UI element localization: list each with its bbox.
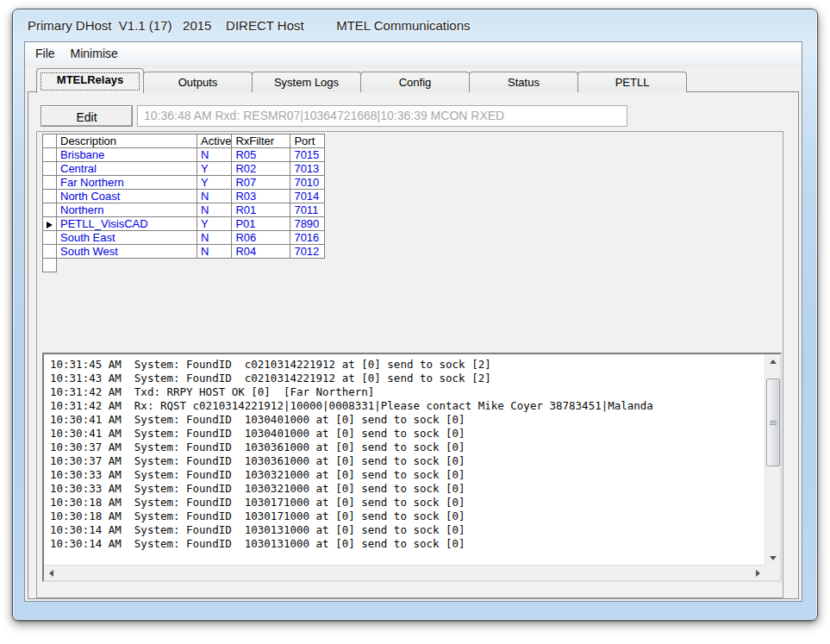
scrollbar-corner [765,566,780,580]
grid-cell-active[interactable]: N [197,245,232,259]
grid-column-header-description[interactable]: Description [57,134,197,148]
log-line: 10:30:18 AM System: FoundID 1030171000 a… [50,510,765,523]
scroll-down-button[interactable] [765,551,780,566]
grid-header-row: DescriptionActiveRxFilterPort [43,134,325,148]
grid-cell-active[interactable]: N [197,148,232,162]
log-line: 10:30:14 AM System: FoundID 1030131000 a… [50,523,765,537]
menu-item-file[interactable]: File [28,42,63,66]
log-line: 10:30:37 AM System: FoundID 1030361000 a… [50,454,765,468]
log-vertical-scrollbar[interactable] [764,354,780,566]
thumb-grip-icon [770,421,777,425]
log-line: 10:30:33 AM System: FoundID 1030321000 a… [50,482,765,496]
log-horizontal-scrollbar[interactable] [44,565,765,580]
row-indicator [43,148,57,162]
grid-cell-rxfilter[interactable]: R03 [232,190,290,203]
scroll-up-button[interactable] [765,354,780,369]
grid-cell-description[interactable]: Central [57,162,197,176]
tab-outputs[interactable]: Outputs [143,72,253,92]
current-row-arrow-icon [47,222,53,228]
log-line: 10:30:41 AM System: FoundID 1030401000 a… [50,413,765,427]
scroll-right-button[interactable] [751,566,765,580]
grid-cell-port[interactable]: 7010 [290,176,325,190]
grid-row-central[interactable]: CentralYR027013 [43,162,325,176]
grid-cell-description[interactable]: PETLL_VisisCAD [57,217,197,231]
app-window: Primary DHost V1.1 (17) 2015 DIRECT Host… [12,9,818,621]
grid-row-south-west[interactable]: South WestNR047012 [43,245,325,259]
grid-row-northern[interactable]: NorthernNR017011 [43,203,325,217]
desktop: Primary DHost V1.1 (17) 2015 DIRECT Host… [0,0,830,644]
grid-cell-description[interactable]: North Coast [57,190,197,203]
arrow-down-icon [770,556,777,560]
relay-grid[interactable]: DescriptionActiveRxFilterPortBrisbaneNR0… [42,134,325,272]
grid-cell-rxfilter[interactable]: R07 [232,176,290,190]
log-line: 10:30:33 AM System: FoundID 1030321000 a… [50,468,765,482]
edit-button[interactable]: Edit [41,105,133,127]
grid-cell-active[interactable]: Y [197,176,232,190]
log-line: 10:31:42 AM Txd: RRPY HOST OK [0] [Far N… [50,385,765,399]
grid-cell-rxfilter[interactable]: R04 [232,245,290,259]
grid-cell-rxfilter[interactable]: P01 [232,217,290,231]
grid-cell-description[interactable]: South East [57,231,197,245]
log-line: 10:30:37 AM System: FoundID 1030361000 a… [50,441,765,454]
system-log-box[interactable]: 10:31:45 AM System: FoundID c02103142219… [42,353,782,582]
grid-column-header-active[interactable]: Active [197,134,232,148]
grid-cell-port[interactable]: 7015 [290,148,325,162]
grid-cell-description[interactable]: Brisbane [57,148,197,162]
grid-row-far-northern[interactable]: Far NorthernYR077010 [43,176,325,190]
titlebar[interactable]: Primary DHost V1.1 (17) 2015 DIRECT Host… [13,9,817,41]
grid-cell-port[interactable]: 7890 [290,217,325,231]
arrow-left-icon [49,570,53,577]
arrow-up-icon [770,360,777,364]
tab-config[interactable]: Config [360,72,470,92]
grid-cell-rxfilter[interactable]: R02 [232,162,290,176]
menu-item-minimise[interactable]: Minimise [63,42,126,66]
tab-mtelrelays[interactable]: MTELRelays [36,68,144,93]
grid-row-brisbane[interactable]: BrisbaneNR057015 [43,148,325,162]
menu-bar: FileMinimise [25,42,802,66]
log-text: 10:31:45 AM System: FoundID c02103142219… [44,354,765,566]
grid-cell-port[interactable]: 7013 [290,162,325,176]
grid-cell-description[interactable]: Northern [57,203,197,217]
grid-cell-port[interactable]: 7016 [290,231,325,245]
row-indicator [43,203,57,217]
row-indicator [43,190,57,203]
grid-cell-active[interactable]: N [197,203,232,217]
row-indicator [43,176,57,190]
grid-cell-active[interactable]: Y [197,162,232,176]
log-line: 10:30:41 AM System: FoundID 1030401000 a… [50,427,765,441]
window-title: Primary DHost V1.1 (17) 2015 DIRECT Host… [28,18,471,33]
row-selected-indicator [43,217,57,231]
grid-cell-active[interactable]: Y [197,217,232,231]
tab-system-logs[interactable]: System Logs [252,72,361,92]
grid-cell-active[interactable]: N [197,190,232,203]
grid-row-south-east[interactable]: South EastNR067016 [43,231,325,245]
vertical-scroll-thumb[interactable] [766,378,780,466]
grid-stub-cell [43,259,57,272]
grid-row-north-coast[interactable]: North CoastNR037014 [43,190,325,203]
grid-cell-rxfilter[interactable]: R06 [232,231,290,245]
grid-stub-row [43,259,325,272]
grid-cell-active[interactable]: N [197,231,232,245]
grid-column-header-rxfilter[interactable]: RxFilter [232,134,290,148]
grid-row-petll-visiscad[interactable]: PETLL_VisisCADYP017890 [43,217,325,231]
grid-stub-ghost [57,259,325,272]
grid-cell-rxfilter[interactable]: R01 [232,203,290,217]
grid-indicator-header [43,134,57,148]
grid-cell-rxfilter[interactable]: R05 [232,148,290,162]
scroll-left-button[interactable] [44,566,59,580]
log-line: 10:31:42 AM Rx: RQST c0210314221912|1000… [50,399,765,413]
row-indicator [43,245,57,259]
form-client: FileMinimise MTELRelaysOutputsSystem Log… [24,41,802,602]
tab-status[interactable]: Status [469,72,578,92]
tab-petll[interactable]: PETLL [577,72,687,92]
arrow-right-icon [756,570,760,577]
grid-cell-description[interactable]: Far Northern [57,176,197,190]
grid-column-header-port[interactable]: Port [290,134,325,148]
grid-cell-port[interactable]: 7011 [290,203,325,217]
grid-cell-port[interactable]: 7012 [290,245,325,259]
log-line: 10:30:14 AM System: FoundID 1030131000 a… [50,537,765,551]
rx-status-field[interactable]: 10:36:48 AM Rxd: RESMR07|10364721668|10:… [137,105,627,127]
grid-cell-description[interactable]: South West [57,245,197,259]
grid-cell-port[interactable]: 7014 [290,190,325,203]
log-line: 10:30:18 AM System: FoundID 1030171000 a… [50,496,765,510]
